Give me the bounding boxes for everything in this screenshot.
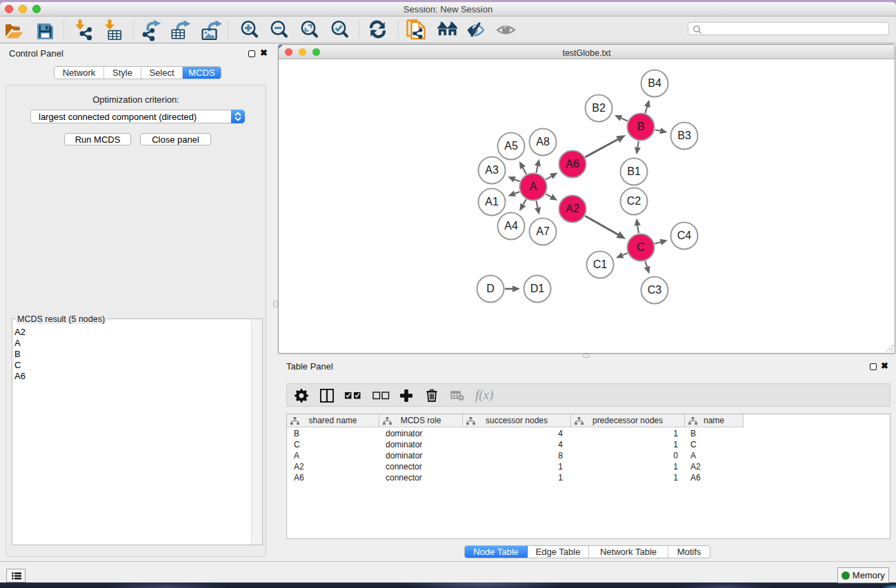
svg-text:A7: A7 bbox=[536, 225, 550, 237]
svg-text:A1: A1 bbox=[485, 196, 499, 207]
svg-text:A4: A4 bbox=[504, 220, 518, 232]
svg-text:D1: D1 bbox=[530, 283, 545, 294]
svg-text:D: D bbox=[486, 283, 495, 294]
svg-text:C2: C2 bbox=[627, 195, 641, 207]
svg-text:C3: C3 bbox=[648, 284, 662, 296]
svg-text:C1: C1 bbox=[593, 258, 608, 270]
svg-text:B3: B3 bbox=[677, 130, 691, 141]
svg-text:C4: C4 bbox=[677, 230, 692, 241]
svg-text:A2: A2 bbox=[566, 203, 579, 214]
svg-text:B2: B2 bbox=[592, 102, 606, 114]
svg-text:B1: B1 bbox=[627, 165, 641, 177]
svg-text:A3: A3 bbox=[485, 164, 499, 176]
svg-text:B4: B4 bbox=[648, 77, 661, 89]
svg-text:A: A bbox=[530, 181, 537, 192]
svg-text:B: B bbox=[637, 121, 645, 132]
svg-text:A8: A8 bbox=[536, 136, 550, 148]
svg-text:A6: A6 bbox=[566, 158, 579, 170]
svg-text:C: C bbox=[637, 241, 645, 253]
svg-text:A5: A5 bbox=[504, 140, 518, 152]
